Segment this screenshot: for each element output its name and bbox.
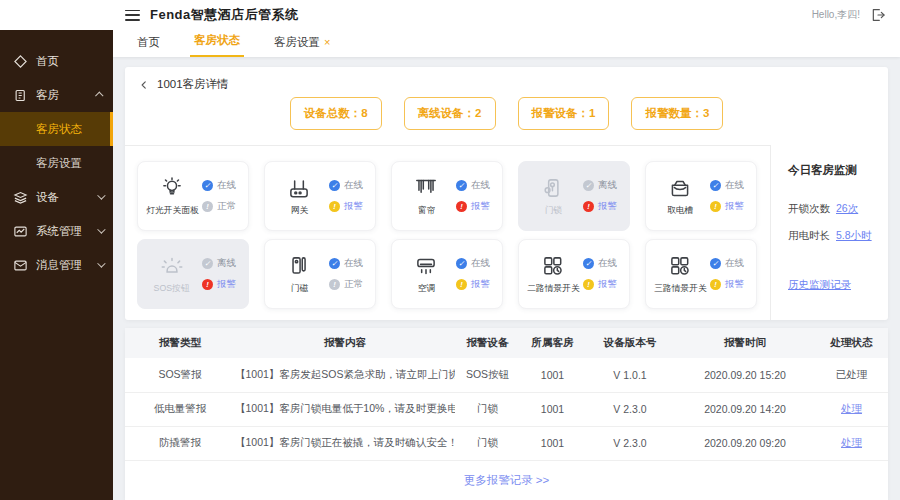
page-title: 1001客房详情 [157,77,229,92]
scene-switch-icon [667,253,693,279]
alarm-icon: ! [456,201,467,212]
sidebar-item-label: 客房状态 [36,122,82,137]
room-detail-card: 1001客房详情 设备总数：8 离线设备：2 报警设备：1 报警数量：3 灯光开… [125,67,888,320]
device-card-door-lock[interactable]: 门锁 ✓离线 !报警 [518,161,630,231]
tab-room-settings[interactable]: 客房设置× [270,35,334,57]
table-row: SOS警报 【1001】客房发起SOS紧急求助，请立即上门协助！ SOS按钮 1… [125,358,888,392]
normal-icon: ! [202,201,213,212]
sidebar-item-label: 系统管理 [36,224,82,239]
offline-icon: ✓ [583,180,594,191]
room-monitor-panel: 今日客房监测 开锁次数26次 用电时长5.8小时 历史监测记录 [770,145,888,320]
handle-link[interactable]: 处理 [841,436,862,448]
col-room: 所属客房 [520,328,585,358]
online-check-icon: ✓ [202,180,213,191]
door-lock-icon [540,175,566,201]
sidebar-item-messages[interactable]: 消息管理 [0,248,113,282]
logout-icon[interactable] [870,7,886,23]
alarm-type: 低电量警报 [125,392,235,426]
tab-room-status[interactable]: 客房状态 [190,33,244,57]
monitor-title: 今日客房监测 [788,163,888,178]
unlock-count-link[interactable]: 26次 [836,202,858,214]
device-card-curtain[interactable]: 窗帘 ✓在线 !报警 [391,161,503,231]
chevron-down-icon [97,191,105,199]
col-alarm-device: 报警设备 [455,328,520,358]
alarm-type: SOS警报 [125,358,235,392]
table-footer: 更多报警记录 >> [125,461,888,500]
sidebar-item-room-settings[interactable]: 客房设置 [0,146,113,180]
sidebar-item-room-status[interactable]: 客房状态 [0,112,113,146]
alarm-version: V 2.3.0 [585,392,675,426]
sidebar-item-rooms[interactable]: 客房 [0,78,113,112]
stat-total-devices: 设备总数：8 [290,97,382,130]
sidebar-item-system[interactable]: 系统管理 [0,214,113,248]
chevron-down-icon [97,225,105,233]
device-name: 门锁 [544,205,561,217]
power-usage-row: 用电时长5.8小时 [788,229,888,243]
back-arrow-icon[interactable] [139,80,149,90]
device-name: 网关 [290,205,307,217]
system-icon [13,224,28,239]
alarm-icon: ! [583,201,594,212]
device-card-ac[interactable]: 空调 ✓在线 !报警 [391,239,503,309]
alarm-device: 门锁 [455,426,520,460]
divider [125,145,770,146]
device-card-scene-switch-3[interactable]: 三路情景开关 ✓在线 !报警 [645,239,757,309]
alarm-room: 1001 [520,392,585,426]
device-card-power-slot[interactable]: 取电槽 ✓在线 !报警 [645,161,757,231]
close-icon[interactable]: × [324,36,330,48]
device-card-light-panel[interactable]: 灯光开关面板 ✓在线 !正常 [137,161,249,231]
online-check-icon: ✓ [456,180,467,191]
power-slot-icon [667,175,693,201]
stat-offline-devices: 离线设备：2 [404,97,496,130]
device-name: 二路情景开关 [527,283,579,295]
main-area: 首页 客房状态 客房设置× 1001客房详情 设备总数：8 离线设备：2 报警设… [113,30,900,500]
alarm-content: 【1001】客房发起SOS紧急求助，请立即上门协助！ [235,358,455,392]
stat-alarm-devices: 报警设备：1 [518,97,610,130]
alarm-room: 1001 [520,358,585,392]
alarm-room: 1001 [520,426,585,460]
device-card-door-sensor[interactable]: 门磁 ✓在线 !正常 [264,239,376,309]
alarm-version: V 1.0.1 [585,358,675,392]
warning-icon: ! [710,201,721,212]
sidebar-item-label: 客房设置 [36,156,82,171]
alarm-content: 【1001】客房门锁正在被撬，请及时确认安全！ [235,426,455,460]
history-monitor-link[interactable]: 历史监测记录 [788,278,851,292]
alarm-time: 2020.09.20 14:20 [675,392,815,426]
stat-alarm-count: 报警数量：3 [631,97,723,130]
device-name: 取电槽 [667,205,693,217]
device-card-sos-button[interactable]: SOS按钮 ✓离线 !报警 [137,239,249,309]
handle-link[interactable]: 处理 [841,402,862,414]
breadcrumb[interactable]: 1001客房详情 [139,77,229,92]
device-card-scene-switch-2[interactable]: 二路情景开关 ✓在线 !报警 [518,239,630,309]
alarm-table: 报警类型 报警内容 报警设备 所属客房 设备版本号 报警时间 处理状态 SOS警… [125,328,888,461]
device-card-gateway[interactable]: 网关 ✓在线 !报警 [264,161,376,231]
message-icon [13,258,28,273]
col-alarm-type: 报警类型 [125,328,235,358]
chevron-down-icon [97,259,105,267]
tab-home[interactable]: 首页 [133,35,164,57]
sidebar-item-devices[interactable]: 设备 [0,180,113,214]
sidebar-item-label: 设备 [36,190,59,205]
tab-bar: 首页 客房状态 客房设置× [113,30,900,57]
door-sensor-icon [286,253,312,279]
power-usage-link[interactable]: 5.8小时 [836,229,872,241]
gateway-icon [286,175,312,201]
table-row: 防撬警报 【1001】客房门锁正在被撬，请及时确认安全！ 门锁 1001 V 2… [125,426,888,460]
online-check-icon: ✓ [456,258,467,269]
chevron-up-icon [95,91,103,99]
scene-switch-icon [540,253,566,279]
light-panel-icon [159,175,185,201]
sos-button-icon [159,253,185,279]
curtain-icon [413,175,439,201]
table-row: 低电量警报 【1001】客房门锁电量低于10%，请及时更换电池！ 门锁 1001… [125,392,888,426]
online-check-icon: ✓ [710,258,721,269]
hamburger-icon[interactable] [125,10,140,21]
alarm-version: V 2.3.0 [585,426,675,460]
sidebar-item-home[interactable]: 首页 [0,44,113,78]
warning-icon: ! [583,279,594,290]
online-check-icon: ✓ [329,258,340,269]
device-name: 门磁 [290,283,307,295]
table-header-row: 报警类型 报警内容 报警设备 所属客房 设备版本号 报警时间 处理状态 [125,328,888,358]
more-alarms-link[interactable]: 更多报警记录 >> [464,473,550,488]
status-handled: 已处理 [836,368,868,380]
